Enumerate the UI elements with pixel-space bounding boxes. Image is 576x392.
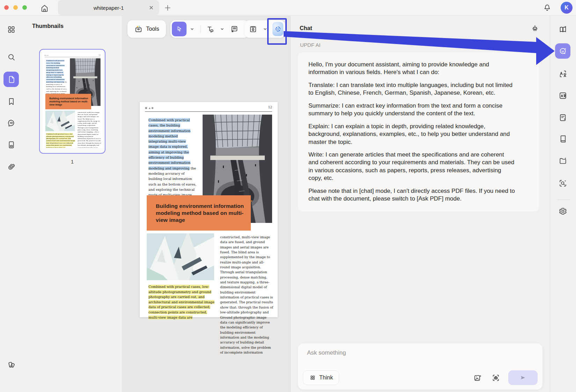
document-area: Tools [122,15,290,392]
paperclip-icon [7,162,16,171]
chat-panel-title: Chat [300,25,312,31]
page-left-column: Combined with practical cases, the build… [148,117,197,203]
select-tool-button[interactable] [172,22,187,36]
minimize-window-button[interactable] [13,5,18,10]
document-tab[interactable]: whitepaper-1 [58,0,159,15]
pdf-page: 12 Combined with practical cases, the bu… [140,102,278,317]
page-yellow-paragraph: Combined with practical cases, low-altit… [148,284,216,320]
rail-item-reader-mode[interactable] [555,131,570,146]
assistant-message-paragraph: Please note that in [chat] mode, I can't… [308,187,515,203]
chevron-down-icon [189,26,196,32]
publisher-logo-icon [145,106,154,109]
sidebar-item-comments[interactable] [3,115,19,131]
attach-image-button[interactable] [473,373,482,383]
assistant-message: Hello, I'm your document assistant, aimi… [298,52,539,211]
zoom-window-button[interactable] [22,5,27,10]
rail-item-translate[interactable] [555,66,570,81]
note-sparkle-icon [559,113,567,122]
assistant-message-paragraph: Explain: I can explain a topic in depth,… [308,123,515,146]
form-icon [7,140,16,149]
text-comment-icon [206,25,214,34]
white-architecture-photo [147,233,214,280]
thumbnail-page-number: 1 [39,159,105,165]
avatar[interactable]: K [561,2,573,14]
publisher-logo-icon [45,55,49,56]
swatch-icon [7,360,16,369]
sidebar-item-bookmarks[interactable] [3,94,19,109]
annotation-list-button[interactable] [228,25,241,34]
sidebar-item-swatches[interactable] [3,357,19,372]
thumbnails-panel: Thumbnails 12 Combined with practical ca… [22,15,122,392]
page-right-column: constructed, multi-view image data are f… [220,235,273,355]
page-number: 12 [268,106,272,109]
screenshot-camera-icon [491,373,500,382]
chat-panel: Chat UPDF AI Hello, I'm your document as… [290,15,550,392]
page-header-rule [145,111,272,112]
send-icon [519,374,526,381]
grid-icon [7,25,16,34]
new-tab-button[interactable] [163,3,172,12]
sidebar-item-thumbnails[interactable] [3,72,19,87]
save-button[interactable] [247,25,260,34]
blue-highlighted-text: Combined with practical cases, the build… [148,118,190,170]
plus-icon [163,3,172,12]
toolbox-icon [134,25,143,34]
assistant-message-paragraph: Translate: I can translate text into mul… [308,81,515,97]
tab-title: whitepaper-1 [94,5,124,11]
assistant-message-paragraph: Hello, I'm your document assistant, aimi… [308,61,515,77]
sidebar-item-search[interactable] [3,49,19,65]
comment-icon [7,119,16,128]
thumbnail-page-clone-holder: 12 Combined with practical cases, the bu… [42,53,103,148]
article-title: Building environment information modelin… [156,203,245,224]
rail-item-translate-page[interactable] [555,88,570,103]
chat-input-toolbar: Think [303,370,538,385]
sidebar-item-forms[interactable] [3,137,19,152]
article-title-block: Building environment information modelin… [45,94,91,109]
close-window-button[interactable] [4,5,9,10]
rail-item-settings[interactable] [555,203,570,219]
page-yellow-paragraph: Combined with practical cases, low-altit… [46,133,75,148]
rail-item-summarize[interactable] [555,110,570,125]
assistant-message-paragraph: Write: I can generate articles that meet… [308,151,515,182]
yellow-highlighted-text: Combined with practical cases, low-altit… [148,285,214,319]
search-icon [7,53,16,61]
blue-highlighted-text: Combined with practical cases, the build… [46,60,65,82]
notifications-button[interactable] [542,3,552,13]
chevron-down-icon [219,26,226,32]
select-tool-dropdown[interactable] [187,26,198,32]
rail-item-visual-search[interactable] [555,175,570,191]
screenshot-button[interactable] [491,373,501,383]
rail-divider [557,199,570,200]
clear-chat-button[interactable] [529,23,540,34]
page-left-column: Combined with practical cases, the build… [46,59,67,97]
rail-item-ai-chat[interactable] [555,43,570,59]
think-toggle[interactable]: Think [303,370,339,385]
ai-highlight-box [267,18,287,45]
think-label: Think [319,375,333,381]
sidebar-item-grid-view[interactable] [3,22,19,37]
edit-tool-group [170,20,249,38]
tools-button-label: Tools [146,26,159,32]
gear-icon [559,207,567,216]
rail-item-reader-ai[interactable] [555,22,570,37]
home-icon [40,4,49,13]
save-icon [249,25,257,34]
chat-input[interactable] [306,349,503,357]
close-tab-button[interactable] [148,5,154,11]
page-thumbnail[interactable]: 12 Combined with practical cases, the bu… [39,49,105,154]
white-architecture-photo [45,110,75,131]
folder-sparkle-icon [559,157,567,165]
broom-icon [531,24,539,33]
send-button[interactable] [508,370,538,385]
sidebar-item-attachments[interactable] [3,159,19,174]
left-rail [0,15,23,392]
reader-icon [559,135,567,143]
bookmark-icon [7,97,16,106]
book-sparkle-icon [559,25,567,34]
home-button[interactable] [39,3,50,13]
rail-item-ai-files[interactable] [555,153,570,168]
assistant-message-paragraph: Summarize: I can extract key information… [308,102,515,118]
text-comment-dropdown[interactable] [217,26,228,32]
text-comment-tool-button[interactable] [204,25,217,34]
tools-button[interactable]: Tools [127,20,166,38]
